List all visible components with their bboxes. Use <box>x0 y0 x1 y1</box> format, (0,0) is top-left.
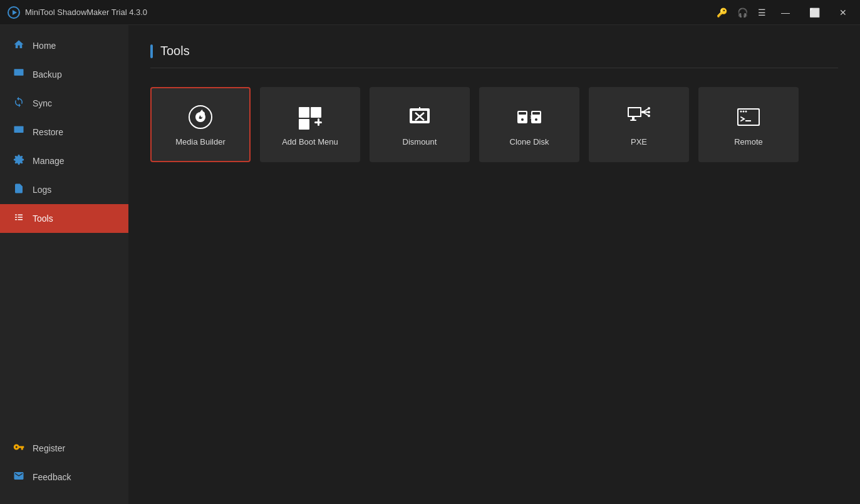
menu-icon[interactable]: ☰ <box>758 8 766 18</box>
remote-label: Remote <box>734 137 763 147</box>
tool-card-clone-disk[interactable]: Clone Disk <box>479 87 579 162</box>
svg-rect-2 <box>14 69 24 76</box>
home-icon <box>13 39 25 53</box>
tool-card-media-builder[interactable]: Media Builder <box>150 87 251 162</box>
sidebar-item-feedback[interactable]: Feedback <box>0 463 128 491</box>
svg-point-34 <box>648 111 650 113</box>
add-boot-menu-icon <box>296 103 324 131</box>
key-icon[interactable]: 🔑 <box>717 8 727 18</box>
content-area: Tools Media Builder <box>128 25 860 504</box>
titlebar: MiniTool ShadowMaker Trial 4.3.0 🔑 🎧 ☰ —… <box>0 0 860 25</box>
sidebar-item-logs[interactable]: Logs <box>0 175 128 204</box>
sidebar-label-backup: Backup <box>33 69 62 80</box>
svg-point-39 <box>740 110 742 112</box>
svg-rect-21 <box>519 112 526 115</box>
sync-icon <box>13 96 25 110</box>
svg-point-35 <box>648 115 650 117</box>
svg-rect-10 <box>299 107 309 118</box>
sidebar-label-sync: Sync <box>33 98 52 108</box>
minimize-button[interactable]: — <box>776 3 795 22</box>
restore-icon <box>13 125 25 139</box>
sidebar-item-sync[interactable]: Sync <box>0 89 128 118</box>
sidebar: Home Backup Sync Restore Manage <box>0 25 128 504</box>
pxe-icon <box>625 103 653 131</box>
media-builder-label: Media Builder <box>175 137 225 147</box>
svg-point-36 <box>641 111 644 113</box>
svg-point-33 <box>648 107 650 110</box>
sidebar-item-register[interactable]: Register <box>0 434 128 463</box>
svg-rect-28 <box>632 117 635 120</box>
sidebar-item-home[interactable]: Home <box>0 31 128 60</box>
svg-marker-1 <box>13 10 17 15</box>
app-title: MiniTool ShadowMaker Trial 4.3.0 <box>25 8 147 17</box>
svg-point-40 <box>743 110 745 112</box>
tools-grid: Media Builder Add Boot Menu <box>150 87 838 162</box>
titlebar-controls: 🔑 🎧 ☰ — ⬜ ✕ <box>717 3 852 22</box>
sidebar-bottom: Register Feedback <box>0 434 128 504</box>
restore-button[interactable]: ⬜ <box>805 3 824 22</box>
main-layout: Home Backup Sync Restore Manage <box>0 25 860 504</box>
manage-icon <box>13 154 25 168</box>
headphones-icon[interactable]: 🎧 <box>737 8 748 18</box>
clone-disk-label: Clone Disk <box>510 137 549 147</box>
tools-icon <box>13 212 25 225</box>
media-builder-icon <box>187 103 214 131</box>
backup-icon <box>13 68 25 81</box>
svg-rect-27 <box>629 108 640 116</box>
tool-card-dismount[interactable]: Dismount <box>370 87 470 162</box>
feedback-icon <box>13 470 25 484</box>
sidebar-label-register: Register <box>33 443 65 453</box>
tool-card-add-boot-menu[interactable]: Add Boot Menu <box>260 87 360 162</box>
sidebar-label-home: Home <box>33 41 56 51</box>
page-title: Tools <box>160 44 190 58</box>
close-button[interactable]: ✕ <box>834 3 852 22</box>
clone-disk-icon <box>515 103 543 131</box>
pxe-label: PXE <box>631 137 647 147</box>
svg-point-41 <box>745 110 747 112</box>
tool-card-pxe[interactable]: PXE <box>589 87 689 162</box>
register-icon <box>13 441 25 455</box>
sidebar-item-tools[interactable]: Tools <box>0 204 128 233</box>
svg-point-22 <box>521 118 524 121</box>
add-boot-menu-label: Add Boot Menu <box>282 137 338 147</box>
svg-rect-12 <box>299 119 309 130</box>
titlebar-left: MiniTool ShadowMaker Trial 4.3.0 <box>8 6 147 19</box>
svg-rect-24 <box>532 112 540 115</box>
sidebar-label-manage: Manage <box>33 156 65 166</box>
page-header: Tools <box>150 44 838 68</box>
sidebar-item-restore[interactable]: Restore <box>0 118 128 147</box>
sidebar-label-restore: Restore <box>33 127 63 137</box>
app-logo <box>8 6 20 19</box>
svg-rect-29 <box>630 120 636 121</box>
sidebar-label-logs: Logs <box>33 185 51 195</box>
logs-icon <box>13 183 25 197</box>
dismount-icon <box>406 103 433 131</box>
sidebar-item-backup[interactable]: Backup <box>0 60 128 89</box>
sidebar-label-tools: Tools <box>33 213 53 224</box>
remote-icon <box>735 103 762 131</box>
dismount-label: Dismount <box>403 137 437 147</box>
svg-rect-14 <box>318 118 319 126</box>
svg-rect-11 <box>311 107 321 118</box>
header-accent-bar <box>150 44 153 58</box>
svg-point-25 <box>535 118 537 121</box>
sidebar-label-feedback: Feedback <box>33 472 71 482</box>
sidebar-item-manage[interactable]: Manage <box>0 147 128 175</box>
tool-card-remote[interactable]: Remote <box>698 87 799 162</box>
